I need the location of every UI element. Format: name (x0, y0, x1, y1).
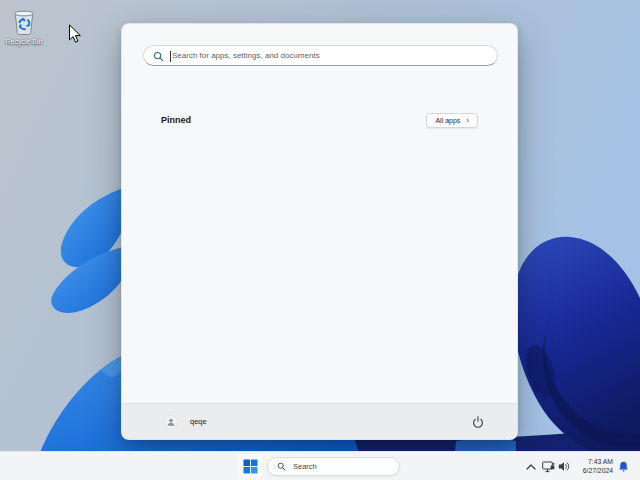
start-search-input[interactable] (144, 46, 497, 65)
network-ethernet-icon (542, 461, 555, 473)
bell-icon (618, 461, 629, 473)
tray-overflow-button[interactable] (524, 460, 538, 473)
taskbar-search-icon (277, 462, 286, 471)
speaker-icon (558, 461, 570, 472)
start-button[interactable] (238, 454, 262, 478)
windows-logo-icon (243, 459, 258, 474)
recycle-bin-shortcut[interactable]: Recycle Bin (2, 6, 46, 46)
start-menu-footer: qeqe (122, 403, 517, 439)
user-profile-button[interactable]: qeqe (164, 415, 207, 429)
text-caret (170, 51, 171, 62)
volume-button[interactable] (557, 460, 571, 473)
mouse-cursor (68, 24, 82, 44)
all-apps-label: All apps (435, 117, 460, 124)
tray-time: 7:43 AM (570, 458, 613, 467)
taskbar-search-label: Search (293, 462, 317, 471)
clock[interactable]: 7:43 AM 6/27/2024 (570, 458, 613, 475)
taskbar-search-button[interactable]: Search (267, 457, 400, 476)
pinned-header: Pinned All apps › (161, 112, 478, 128)
recycle-bin-label: Recycle Bin (6, 38, 43, 46)
chevron-right-icon: › (466, 117, 469, 124)
pinned-apps-grid (143, 134, 496, 399)
taskbar: Search (0, 451, 640, 480)
all-apps-button[interactable]: All apps › (426, 113, 478, 128)
search-icon (153, 51, 164, 62)
tray-date: 6/27/2024 (570, 467, 613, 476)
power-icon (472, 416, 484, 428)
network-button[interactable] (541, 460, 556, 473)
notification-bell-button[interactable] (617, 460, 630, 473)
pinned-title: Pinned (161, 115, 191, 125)
username-label: qeqe (190, 417, 207, 426)
power-button[interactable] (471, 415, 485, 429)
person-icon (166, 417, 176, 427)
start-search-box[interactable] (143, 45, 498, 66)
desktop: Recycle Bin Pinned All apps › (0, 0, 640, 480)
start-menu: Pinned All apps › qeqe (121, 23, 518, 440)
recycle-bin-icon (9, 6, 39, 36)
user-avatar (164, 415, 178, 429)
chevron-up-icon (526, 464, 536, 470)
